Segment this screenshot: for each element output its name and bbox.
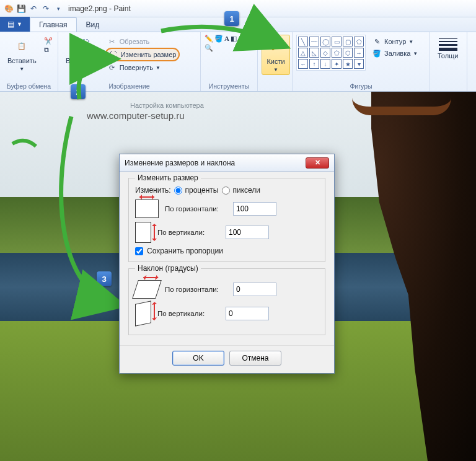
dialog-titlebar[interactable]: Изменение размеров и наклона ✕ (120, 154, 334, 172)
watermark-caption: Настройка компьютера (130, 102, 204, 109)
resize-vertical-row: По вертикали: (135, 222, 319, 243)
group-thickness: Толщи (430, 32, 467, 91)
shape-outline-button[interactable]: ✎ Контур▼ (369, 36, 420, 47)
select-button[interactable]: Выделить▼ (62, 35, 101, 74)
clipboard-icon: 📋 (12, 36, 32, 56)
shape-star4[interactable]: ✦ (332, 59, 342, 69)
cut-icon[interactable]: ✂️ (44, 37, 53, 45)
redo-icon[interactable]: ↷ (41, 4, 51, 14)
resize-horizontal-input[interactable] (233, 202, 276, 216)
shape-arrow-r[interactable]: → (354, 48, 364, 58)
shape-line[interactable]: ╲ (298, 37, 308, 46)
bucket-icon[interactable]: 🪣 (214, 35, 223, 43)
shape-hexagon[interactable]: ⬡ (343, 48, 353, 58)
qat-dropdown-icon[interactable]: ▾ (53, 4, 63, 14)
resize-horizontal-label: По горизонтали: (165, 205, 227, 213)
chevron-down-icon: ▼ (413, 51, 418, 56)
undo-icon[interactable]: ↶ (29, 4, 38, 14)
thickness-button[interactable]: Толщи (434, 35, 462, 61)
close-icon: ✕ (315, 159, 320, 167)
magnifier-icon[interactable]: 🔍 (205, 44, 213, 52)
shape-star5[interactable]: ★ (343, 59, 353, 69)
crop-icon: ✂ (107, 37, 117, 46)
tab-home[interactable]: Главная (30, 17, 77, 32)
skew-horizontal-icon (132, 280, 162, 299)
shape-rtriangle[interactable]: ◺ (309, 48, 319, 58)
radio-percent-input[interactable] (174, 187, 182, 195)
radio-percent[interactable]: проценты (174, 186, 218, 195)
watermark-url: www.computer-setup.ru (87, 110, 185, 121)
change-by-label: Изменить: (135, 186, 170, 195)
rotate-button[interactable]: ⟳ Повернуть ▼ (105, 62, 180, 73)
copy-icon[interactable]: ⧉ (44, 46, 53, 54)
skew-vertical-input[interactable] (226, 307, 269, 320)
group-clipboard: 📋 Вставить▼ ✂️ ⧉ Буфер обмена (0, 32, 58, 91)
shape-oval[interactable]: ◯ (320, 37, 330, 46)
skew-horizontal-row: По горизонтали: (135, 280, 319, 299)
group-label-brushes (262, 81, 288, 90)
shape-curve[interactable]: 〰 (309, 37, 319, 46)
skew-vertical-icon (135, 301, 151, 327)
crop-button[interactable]: ✂ Обрезать (105, 36, 180, 47)
shape-rect[interactable]: ▭ (332, 37, 342, 46)
group-shapes: ╲ 〰 ◯ ▭ ▢ ⬠ △ ◺ ◇ ⬠ ⬡ → ← ↑ ↓ ✦ ★ ▾ (293, 32, 430, 91)
tab-view[interactable]: Вид (77, 17, 109, 32)
cancel-button[interactable]: Отмена (229, 351, 281, 366)
group-label-thickness (434, 81, 463, 90)
shape-arrow-u[interactable]: ↑ (309, 59, 319, 69)
chevron-down-icon: ▼ (19, 66, 24, 72)
save-icon[interactable]: 💾 (16, 4, 26, 14)
resize-vertical-label: По вертикали: (157, 229, 219, 236)
shape-arrow-d[interactable]: ↓ (320, 59, 330, 69)
resize-button[interactable]: ⛶ Изменить размер (105, 48, 180, 61)
skew-horizontal-label: По горизонтали: (165, 286, 227, 293)
shape-arrow-l[interactable]: ← (298, 59, 308, 69)
group-label-tools: Инструменты (205, 81, 253, 90)
shape-triangle[interactable]: △ (298, 48, 308, 58)
resize-skew-dialog: Изменение размеров и наклона ✕ Изменить … (119, 154, 335, 374)
shape-more[interactable]: ▾ (354, 59, 364, 69)
keep-aspect-row: Сохранить пропорции (135, 247, 319, 255)
brush-icon: 🖌️ (266, 37, 286, 56)
brushes-button[interactable]: 🖌️ Кисти▼ (262, 35, 290, 75)
dialog-buttons: OK Отмена (120, 345, 334, 373)
resize-fieldset: Изменить размер Изменить: проценты пиксе… (128, 178, 325, 262)
ok-button[interactable]: OK (172, 351, 224, 366)
group-tools: ✏️ 🪣 A ◧ 💧 🔍 Инструменты (201, 32, 258, 91)
skew-fieldset: Наклон (градусы) По горизонтали: По верт… (128, 268, 325, 335)
chevron-down-icon: ▼ (79, 66, 84, 72)
rotate-icon: ⟳ (107, 63, 117, 72)
group-image: Выделить▼ ✂ Обрезать ⛶ Изменить размер ⟳… (58, 32, 201, 91)
resize-horizontal-icon (135, 200, 159, 218)
chevron-down-icon: ▼ (17, 21, 22, 27)
file-tab[interactable]: ▤▼ (0, 17, 30, 32)
resize-legend: Изменить размер (135, 173, 201, 182)
thickness-icon (439, 36, 457, 51)
radio-pixels-input[interactable] (222, 187, 230, 195)
group-brushes: 🖌️ Кисти▼ (258, 32, 293, 91)
resize-vertical-input[interactable] (226, 226, 269, 239)
resize-vertical-icon (135, 222, 151, 243)
keep-aspect-label: Сохранить пропорции (147, 247, 223, 255)
paint-app-icon: 🎨 (4, 4, 14, 14)
text-icon[interactable]: A (224, 35, 229, 42)
shape-polygon[interactable]: ⬠ (354, 37, 364, 46)
paste-button[interactable]: 📋 Вставить▼ (4, 35, 40, 74)
shape-pentagon[interactable]: ⬠ (332, 48, 342, 58)
shape-fill-button[interactable]: 🪣 Заливка▼ (369, 48, 420, 59)
outline-icon: ✎ (372, 37, 382, 46)
fill-icon: 🪣 (372, 48, 382, 58)
chevron-down-icon: ▼ (408, 39, 413, 45)
radio-pixels[interactable]: пиксели (222, 186, 260, 195)
pencil-icon[interactable]: ✏️ (205, 35, 213, 43)
eyedropper-icon[interactable]: 💧 (238, 35, 247, 43)
eraser-icon[interactable]: ◧ (231, 35, 237, 43)
shapes-gallery[interactable]: ╲ 〰 ◯ ▭ ▢ ⬠ △ ◺ ◇ ⬠ ⬡ → ← ↑ ↓ ✦ ★ ▾ (296, 35, 366, 71)
skew-horizontal-input[interactable] (233, 283, 276, 296)
close-button[interactable]: ✕ (306, 157, 329, 169)
keep-aspect-checkbox[interactable] (135, 247, 143, 255)
step-badge-2: 2 (71, 84, 86, 99)
resize-by-row: Изменить: проценты пиксели (135, 186, 319, 195)
shape-roundrect[interactable]: ▢ (343, 37, 353, 46)
shape-diamond[interactable]: ◇ (320, 48, 330, 58)
